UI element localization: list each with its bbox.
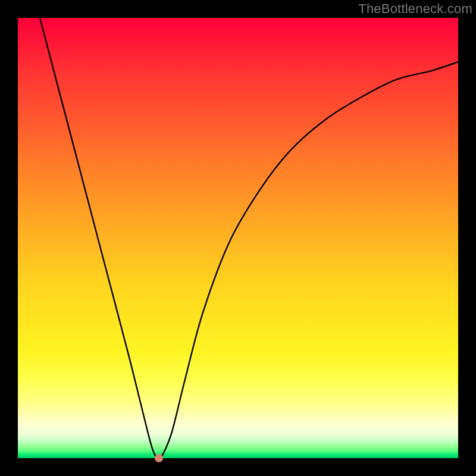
bottleneck-curve <box>18 18 458 458</box>
curve-path <box>40 18 458 458</box>
watermark-text: TheBottleneck.com <box>358 1 472 17</box>
chart-frame: TheBottleneck.com <box>0 0 476 476</box>
plot-area <box>18 18 458 458</box>
optimum-marker <box>155 454 163 462</box>
